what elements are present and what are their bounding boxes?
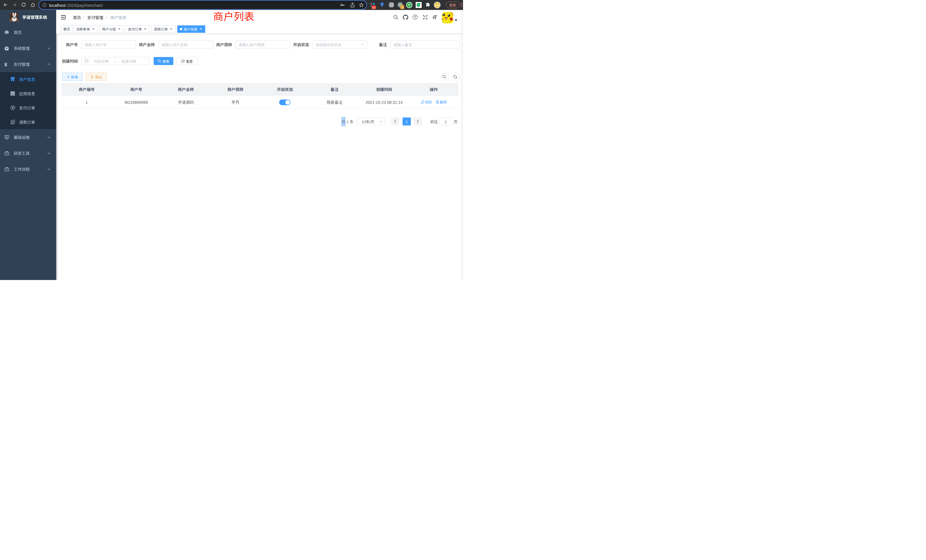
- svg-text:?: ?: [414, 15, 416, 19]
